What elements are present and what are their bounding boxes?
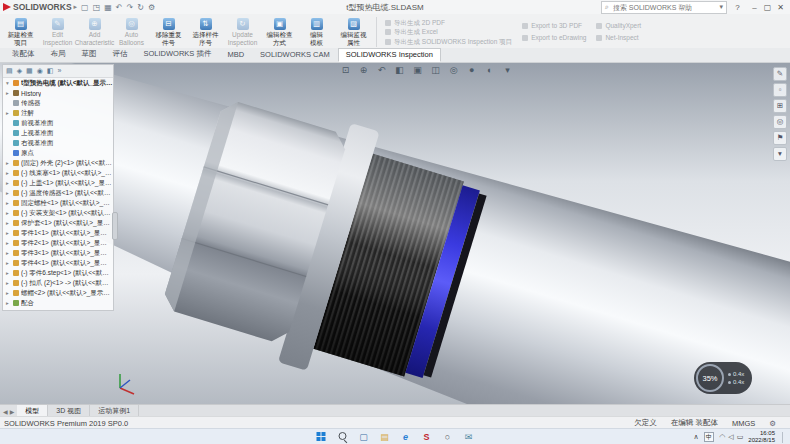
expander-icon[interactable]: ▸ (6, 190, 11, 196)
export-menu-item[interactable]: Export to eDrawing (522, 34, 586, 42)
undo-icon[interactable]: ↶ (116, 3, 123, 12)
selection-box-icon[interactable]: ▫ (773, 83, 787, 97)
expander-icon[interactable]: ▸ (6, 260, 11, 266)
tree-item[interactable]: ▸保护套<1> (默认<<默认>_显示状态-1>) (3, 218, 113, 228)
tab-scroll-left-icon[interactable]: ◀ (3, 408, 8, 415)
save-icon[interactable]: ▦ (104, 3, 112, 12)
start-button[interactable] (316, 431, 328, 443)
rebuild-icon[interactable]: ↻ (137, 3, 144, 12)
search-dropdown-icon[interactable]: ▾ (719, 3, 723, 11)
maximize-button[interactable]: ▢ (761, 3, 774, 12)
tree-item[interactable]: 右视基准面 (3, 138, 113, 148)
expander-icon[interactable]: ▸ (6, 300, 11, 306)
expander-icon[interactable]: ▸ (6, 230, 11, 236)
tree-item[interactable]: 传感器 (3, 98, 113, 108)
configurationmanager-tab-icon[interactable]: ▦ (26, 67, 33, 75)
view-settings-icon[interactable]: ▾ (501, 64, 514, 77)
tree-item[interactable]: ▸注解 (3, 108, 113, 118)
tree-item[interactable]: ▸(-) 线束塞<1> (默认<<默认>_显示状态-1>) (3, 168, 113, 178)
tree-item[interactable]: ▸(-) 零件6.step<1> (默认<<默认>_显示状态-1>) (3, 268, 113, 278)
select-sample-number-button[interactable]: ⇅选择样件序号 (187, 15, 224, 49)
edit-appearance-icon[interactable]: ● (465, 64, 478, 77)
tree-item[interactable]: ▸(固定) 外壳 (2)<1> (默认<<默认>_显示状态-1>) (3, 158, 113, 168)
ribbon-tab[interactable]: SOLIDWORKS Inspection (338, 48, 441, 62)
edge-browser-button[interactable]: e (400, 431, 412, 443)
network-icon[interactable]: ◠ (719, 433, 725, 441)
markup-pen-icon[interactable]: ✎ (773, 67, 787, 81)
expander-icon[interactable]: ▸ (6, 170, 11, 176)
panel-flyout-icon[interactable]: » (57, 67, 61, 75)
export-menu-item[interactable]: QualityXpert (596, 22, 641, 30)
mail-button[interactable]: ✉ (463, 431, 475, 443)
viewport-3d-scene[interactable] (0, 62, 790, 404)
edit-inspection-method-button[interactable]: ▣编辑检查方式 (261, 15, 298, 49)
expander-icon[interactable]: ▸ (6, 270, 11, 276)
ribbon-tab[interactable]: MBD (219, 48, 252, 62)
panel-splitter[interactable] (112, 212, 118, 240)
ribbon-tab[interactable]: 评估 (105, 47, 136, 62)
expander-icon[interactable]: ▸ (6, 180, 11, 186)
export-menu-item[interactable]: Export to 3D PDF (522, 22, 586, 30)
ribbon-tab[interactable]: 装配体 (4, 47, 43, 62)
section-view-icon[interactable]: ◧ (393, 64, 406, 77)
task-view-button[interactable]: ▢ (358, 431, 370, 443)
grid-icon[interactable]: ⊞ (773, 99, 787, 113)
expander-icon[interactable]: ▸ (6, 160, 11, 166)
expander-icon[interactable]: ▸ (6, 220, 11, 226)
expander-icon[interactable]: ▸ (6, 280, 11, 286)
export-menu-item[interactable]: 导出生成 Excel (385, 28, 512, 36)
edit-inspection-button[interactable]: ✎EditInspection (39, 15, 76, 49)
displaymanager-tab-icon[interactable]: ◧ (47, 67, 54, 75)
zoom-to-fit-icon[interactable]: ⊡ (339, 64, 352, 77)
tree-root-assembly[interactable]: ▾ t型预热电缆 (默认<默认_显示状态-1>) (3, 78, 113, 88)
tree-item[interactable]: ▸(-) 上盖<1> (默认<<默认>_显示状态-1>) (3, 178, 113, 188)
volume-icon[interactable]: ◁ (728, 433, 733, 441)
tree-item[interactable]: 上视基准面 (3, 128, 113, 138)
hide-show-items-icon[interactable]: ◎ (447, 64, 460, 77)
ribbon-tab[interactable]: 布局 (43, 47, 74, 62)
new-document-icon[interactable]: ▢ (81, 3, 89, 12)
expander-icon[interactable]: ▸ (6, 210, 11, 216)
help-search-input[interactable] (611, 3, 718, 12)
tree-item[interactable]: ▸螺帽<2> (默认<<默认>_显示状态-1>) (3, 288, 113, 298)
viewport[interactable]: ⊡⊕↶◧▣◫◎●◐▾ ✎▫⊞◎⚑▾ ▤◈▦◉◧» ▾ t型预热电缆 (默认<默认… (0, 62, 790, 404)
visibility-icon[interactable]: ◎ (773, 115, 787, 129)
app-button[interactable]: ○ (442, 431, 454, 443)
tree-item[interactable]: ▸(-) 安装支架<1> (默认<<默认>_显示状态-1>) (3, 208, 113, 218)
propertymanager-tab-icon[interactable]: ◈ (17, 67, 22, 75)
tree-item[interactable]: ▸(-) 温度传感器<1> (默认<<默认>_显示状态-1>) (3, 188, 113, 198)
tree-item[interactable]: 前视基准面 (3, 118, 113, 128)
expander-icon[interactable]: ▸ (6, 250, 11, 256)
expander-icon[interactable]: ▸ (6, 240, 11, 246)
zoom-to-area-icon[interactable]: ⊕ (357, 64, 370, 77)
more-tools-icon[interactable]: ▾ (773, 147, 787, 161)
expander-icon[interactable]: ▸ (6, 200, 11, 206)
edit-monitor-properties-button[interactable]: ▨编辑监视属性 (335, 15, 372, 49)
expander-icon[interactable]: ▸ (6, 290, 11, 296)
expander-icon[interactable]: ▾ (6, 80, 11, 86)
edit-template-button[interactable]: ▥编辑模板 (298, 15, 335, 49)
close-button[interactable]: ✕ (774, 3, 787, 12)
redo-icon[interactable]: ↷ (126, 3, 133, 12)
ime-indicator[interactable]: 中 (704, 432, 715, 442)
battery-icon[interactable]: ▭ (737, 433, 744, 441)
ribbon-tab[interactable]: SOLIDWORKS CAM (252, 48, 338, 62)
tab-scroll-right-icon[interactable]: ▶ (10, 408, 15, 415)
export-menu-item[interactable]: 导出生成 SOLIDWORKS Inspection 项目 (385, 38, 512, 46)
tree-item[interactable]: ▸零件1<1> (默认<<默认>_显示状态-1>) (3, 228, 113, 238)
export-menu-item[interactable]: 导出生成 2D PDF (385, 19, 512, 27)
help-button[interactable]: ? (731, 3, 744, 12)
update-inspection-button[interactable]: ↻UpdateInspection (224, 15, 261, 49)
add-characteristic-button[interactable]: ⊕AddCharacteristic (76, 15, 113, 49)
display-style-icon[interactable]: ◫ (429, 64, 442, 77)
tree-item[interactable]: ▸History (3, 88, 113, 98)
show-desktop-button[interactable] (782, 432, 785, 443)
ribbon-tab[interactable]: SOLIDWORKS 插件 (136, 47, 220, 62)
menu-expand-arrow-icon[interactable]: ▸ (74, 3, 78, 11)
tree-item[interactable]: ▸零件4<1> (默认<<默认>_显示状态-1>) (3, 258, 113, 268)
taskbar-clock[interactable]: 16:05 2022/8/15 (748, 430, 775, 444)
view-orientation-icon[interactable]: ▣ (411, 64, 424, 77)
taskbar-search-button[interactable] (337, 431, 349, 443)
file-explorer-button[interactable]: ▤ (379, 431, 391, 443)
dimxpert-tab-icon[interactable]: ◉ (37, 67, 43, 75)
